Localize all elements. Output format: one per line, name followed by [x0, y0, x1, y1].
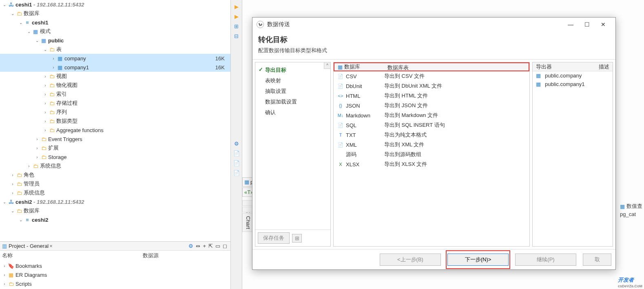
- format-row-json[interactable]: {}JSON导出到 JSON 文件: [334, 101, 529, 110]
- event-triggers-folder[interactable]: ›🗀Event Triggers: [0, 135, 230, 143]
- bookmarks-node[interactable]: ›🔖Bookmarks: [0, 261, 230, 270]
- format-icon: 📄: [337, 74, 344, 79]
- expander-icon[interactable]: ⌄: [10, 209, 15, 213]
- format-row-dbunit[interactable]: 📄DbUnit导出到 DbUnit XML 文件: [334, 81, 529, 91]
- exporter-row[interactable]: ▦public.company: [533, 71, 613, 80]
- sysinfo-folder[interactable]: ›🗀系统信息: [0, 161, 230, 170]
- roles-folder[interactable]: ›🗀角色: [0, 170, 230, 179]
- connection-node-ceshi1[interactable]: ⌄ 🖧 ceshi1 - 192.168.12.11:5432: [0, 0, 230, 9]
- file2-icon[interactable]: 📄: [232, 159, 241, 167]
- expander-icon[interactable]: ›: [51, 56, 56, 61]
- app-icon: 🐿: [257, 21, 264, 28]
- close-button[interactable]: ✕: [595, 21, 611, 28]
- tables-folder[interactable]: ⌄ 🗀 表: [0, 45, 230, 54]
- step-extract-settings[interactable]: 抽取设置: [255, 86, 330, 97]
- database-node-ceshi2[interactable]: ⌄ ≡ ceshi2: [0, 215, 230, 224]
- datatypes-folder[interactable]: ›🗀数据类型: [0, 117, 230, 126]
- sequences-folder[interactable]: ›🗀序列: [0, 108, 230, 117]
- file3-icon[interactable]: 📄: [232, 169, 241, 177]
- folder-icon: 🗀: [48, 82, 55, 88]
- format-row-markdown[interactable]: M↓Markdown导出到 Markdown 文件: [334, 110, 529, 120]
- format-row-csv[interactable]: 📄CSV导出到 CSV 文件: [334, 71, 529, 81]
- header-database-table[interactable]: 数据库表: [384, 63, 529, 71]
- format-row-sql[interactable]: 📄SQL导出到 SQL INSERT 语句: [334, 120, 529, 130]
- expander-icon[interactable]: ⌄: [2, 2, 7, 7]
- format-row-html[interactable]: <>HTML导出到 HTML 文件: [334, 91, 529, 101]
- format-row-txt[interactable]: TTXT导出为纯文本格式: [334, 130, 529, 140]
- views-folder[interactable]: ›🗀视图: [0, 72, 230, 81]
- schema-public[interactable]: ⌄ ▦ public: [0, 36, 230, 45]
- scripts-node[interactable]: ›🗀Scripts: [0, 279, 230, 288]
- format-row-源码[interactable]: 源码导出到源码数组: [334, 150, 529, 159]
- indexes-folder[interactable]: ›🗀索引: [0, 90, 230, 99]
- format-row-xlsx[interactable]: XXLSX导出到 XLSX 文件: [334, 159, 529, 169]
- expander-icon[interactable]: ⌄: [2, 200, 7, 204]
- database-node-ceshi1[interactable]: ⌄ ≡ ceshi1: [0, 18, 230, 27]
- header-database[interactable]: ▦数据库: [334, 63, 384, 71]
- step-confirm[interactable]: 确认: [255, 107, 330, 118]
- step-table-mapping[interactable]: 表映射: [255, 75, 330, 86]
- procedures-folder[interactable]: ›🗀存储过程: [0, 99, 230, 108]
- vtab-text[interactable]: 文本: [242, 207, 253, 212]
- expander-icon[interactable]: ⌄: [26, 29, 32, 34]
- close-icon[interactable]: ×: [49, 243, 53, 249]
- minimize-button[interactable]: —: [562, 21, 579, 28]
- maximize-icon[interactable]: ◻: [223, 243, 227, 249]
- prev-button[interactable]: <上一步(B): [380, 254, 441, 266]
- connection-node-ceshi2[interactable]: ⌄ 🖧 ceshi2 - 192.168.12.11:5432: [0, 197, 230, 206]
- project-tab[interactable]: ▥ Project - General × ⚙ ⇔ + ⇱ ▭ ◻: [0, 242, 230, 251]
- er-diagrams-node[interactable]: ›▦ER Diagrams: [0, 270, 230, 279]
- expander-icon[interactable]: ⌄: [18, 20, 24, 25]
- expander-icon[interactable]: ›: [51, 65, 56, 70]
- folder-icon: 🗀: [7, 280, 15, 287]
- databases-folder-2[interactable]: ⌄ 🗀 数据库: [0, 206, 230, 215]
- gear-icon[interactable]: ⚙: [188, 243, 193, 249]
- settings-icon[interactable]: ⚙: [232, 139, 241, 148]
- extensions-folder[interactable]: ›🗀扩展: [0, 143, 230, 152]
- step-export-target[interactable]: 导出目标: [255, 65, 330, 75]
- storage-folder[interactable]: ›🗀Storage: [0, 152, 230, 161]
- expander-icon[interactable]: ⌄: [18, 218, 24, 222]
- project-icon: ▥: [2, 243, 7, 249]
- format-desc: 导出到 DbUnit XML 文件: [383, 82, 529, 90]
- admins-folder[interactable]: ›🗀管理员: [0, 179, 230, 188]
- table-icon: ▦: [536, 73, 543, 79]
- dialog-titlebar[interactable]: 🐿 数据传送 — ☐ ✕: [252, 18, 615, 31]
- format-row-xml[interactable]: 📄XML导出到 XML 文件: [334, 140, 529, 150]
- schema-button[interactable]: ⊞: [292, 234, 302, 243]
- continue-button[interactable]: 继续(P): [515, 254, 576, 266]
- sysinfo2-folder[interactable]: ›🗀系统信息: [0, 188, 230, 197]
- table-company1[interactable]: › ▦ company1 16K: [0, 63, 230, 72]
- cancel-button[interactable]: 取: [583, 254, 611, 266]
- exporter-name: public.company1: [545, 81, 585, 87]
- execute-script-icon[interactable]: ▶: [232, 12, 241, 20]
- expander-icon[interactable]: ⌄: [34, 38, 40, 43]
- execute-icon[interactable]: ▶: [232, 2, 241, 11]
- commit-icon[interactable]: ⊟: [232, 32, 241, 40]
- schemas-folder[interactable]: ⌄ ▦ 模式: [0, 27, 230, 36]
- add-icon[interactable]: +: [203, 243, 206, 249]
- aggfuncs-folder[interactable]: ›🗀Aggregate functions: [0, 126, 230, 135]
- databases-folder[interactable]: ⌄ 🗀 数据库: [0, 9, 230, 18]
- vtab-chart[interactable]: Chart: [242, 213, 253, 232]
- explain-icon[interactable]: ⊞: [232, 22, 241, 30]
- collapse-icon[interactable]: ⇱: [208, 243, 213, 249]
- format-desc: 导出到 SQL INSERT 语句: [383, 121, 529, 129]
- minimize-icon[interactable]: ▭: [215, 243, 220, 249]
- panel-item-pgcat[interactable]: pg_cat: [620, 211, 642, 217]
- data-transfer-dialog: 🐿 数据传送 — ☐ ✕ 转化目标 配置数据传输目标类型和格式 ^ 导出目标 表…: [252, 17, 616, 270]
- link-icon[interactable]: ⇔: [196, 243, 200, 249]
- exporter-row[interactable]: ▦public.company1: [533, 80, 613, 88]
- maximize-button[interactable]: ☐: [579, 21, 595, 28]
- panel-item-numquery[interactable]: ▦数值查: [620, 203, 642, 210]
- database-tree[interactable]: ⌄ 🖧 ceshi1 - 192.168.12.11:5432 ⌄ 🗀 数据库 …: [0, 0, 230, 241]
- expander-icon[interactable]: ⌄: [10, 11, 15, 16]
- table-company[interactable]: › ▦ company 16K: [0, 54, 230, 63]
- expander-icon[interactable]: ⌄: [42, 47, 48, 52]
- save-task-button[interactable]: 保存任务: [258, 232, 290, 244]
- file-icon[interactable]: 📄: [232, 149, 241, 157]
- next-button[interactable]: 下一步(N)>: [447, 254, 509, 266]
- matviews-folder[interactable]: ›🗀物化视图: [0, 81, 230, 90]
- vtab-grid[interactable]: 表格: [242, 200, 253, 206]
- step-load-settings[interactable]: 数据加载设置: [255, 97, 330, 107]
